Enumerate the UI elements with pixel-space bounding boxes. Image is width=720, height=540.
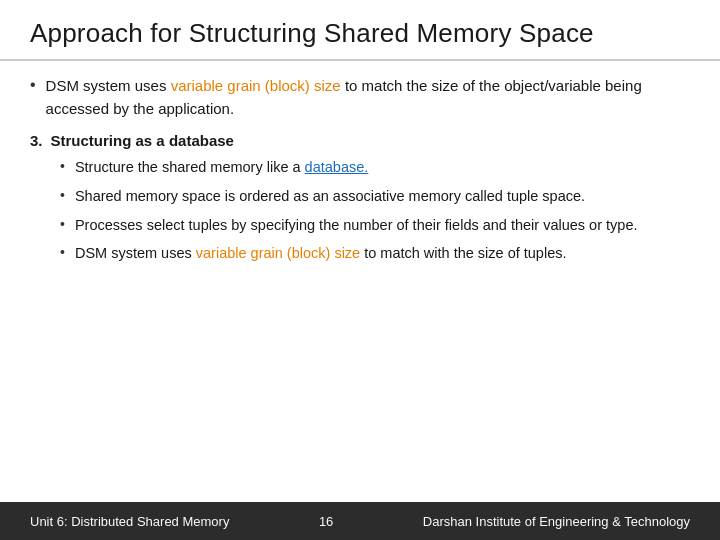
sub-bullet-4-highlight: variable grain (block) size — [196, 245, 360, 261]
sub-bullet-2-dot: • — [60, 187, 65, 203]
sub-bullet-3: • Processes select tuples by specifying … — [60, 215, 690, 237]
intro-highlight: variable grain (block) size — [171, 77, 341, 94]
section3-number: 3. — [30, 132, 43, 149]
sub-bullet-3-dot: • — [60, 216, 65, 232]
footer-left: Unit 6: Distributed Shared Memory — [30, 514, 229, 529]
sub-bullet-1-highlight: database. — [305, 159, 369, 175]
footer-right: Darshan Institute of Engineering & Techn… — [423, 514, 690, 529]
slide-container: Approach for Structuring Shared Memory S… — [0, 0, 720, 540]
sub-bullet-2-text: Shared memory space is ordered as an ass… — [75, 186, 585, 208]
slide-body: • DSM system uses variable grain (block)… — [0, 61, 720, 502]
sub-bullet-1: • Structure the shared memory like a dat… — [60, 157, 690, 179]
slide-header: Approach for Structuring Shared Memory S… — [0, 0, 720, 61]
section3-title: Structuring as a database — [51, 132, 234, 149]
intro-bullet-item: • DSM system uses variable grain (block)… — [30, 75, 690, 120]
intro-bullet-text: DSM system uses variable grain (block) s… — [46, 75, 690, 120]
footer-page-number: 16 — [319, 514, 333, 529]
sub-bullets: • Structure the shared memory like a dat… — [30, 157, 690, 272]
sub-bullet-2: • Shared memory space is ordered as an a… — [60, 186, 690, 208]
slide-title: Approach for Structuring Shared Memory S… — [30, 18, 690, 49]
sub-bullet-3-text: Processes select tuples by specifying th… — [75, 215, 638, 237]
sub-bullet-1-dot: • — [60, 158, 65, 174]
sub-bullet-4-text: DSM system uses variable grain (block) s… — [75, 243, 567, 265]
sub-bullet-4-dot: • — [60, 244, 65, 260]
section3-heading: 3. Structuring as a database — [30, 132, 690, 149]
sub-bullet-1-text: Structure the shared memory like a datab… — [75, 157, 368, 179]
slide-footer: Unit 6: Distributed Shared Memory 16 Dar… — [0, 502, 720, 540]
intro-bullet-dot: • — [30, 76, 36, 94]
sub-bullet-4: • DSM system uses variable grain (block)… — [60, 243, 690, 265]
